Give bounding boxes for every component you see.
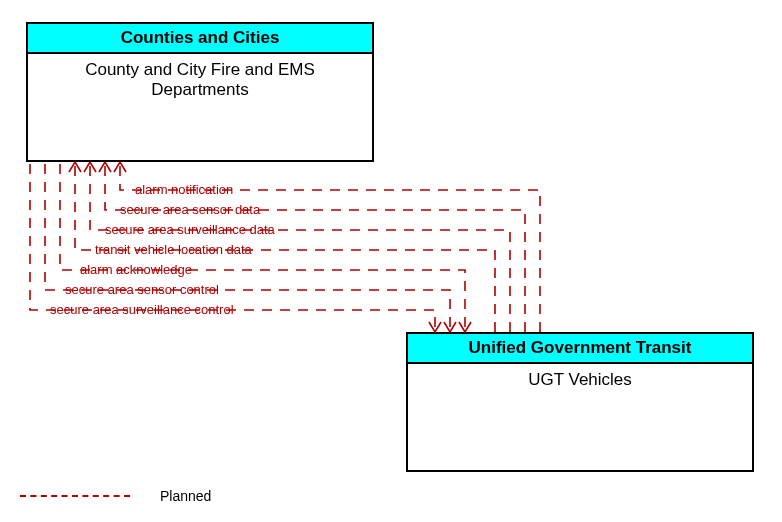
- flow-label-alarm-acknowledge: alarm acknowledge: [80, 262, 192, 277]
- flow-label-secure-area-sensor-control: secure area sensor control: [65, 282, 219, 297]
- entity-bottom-header: Unified Government Transit: [408, 334, 752, 364]
- entity-top-body: County and City Fire and EMS Departments: [28, 54, 372, 106]
- legend-label-planned: Planned: [160, 488, 211, 504]
- entity-top: Counties and Cities County and City Fire…: [26, 22, 374, 162]
- legend-line-planned: [20, 495, 130, 497]
- entity-top-header: Counties and Cities: [28, 24, 372, 54]
- flow-label-secure-area-surveillance-data: secure area surveillance data: [105, 222, 275, 237]
- flow-label-transit-vehicle-location-data: transit vehicle location data: [95, 242, 252, 257]
- flow-label-secure-area-surveillance-control: secure area surveillance control: [50, 302, 234, 317]
- flow-label-alarm-notification: alarm notification: [135, 182, 233, 197]
- entity-bottom: Unified Government Transit UGT Vehicles: [406, 332, 754, 472]
- entity-bottom-body: UGT Vehicles: [408, 364, 752, 396]
- legend: Planned: [20, 488, 211, 504]
- flow-label-secure-area-sensor-data: secure area sensor data: [120, 202, 260, 217]
